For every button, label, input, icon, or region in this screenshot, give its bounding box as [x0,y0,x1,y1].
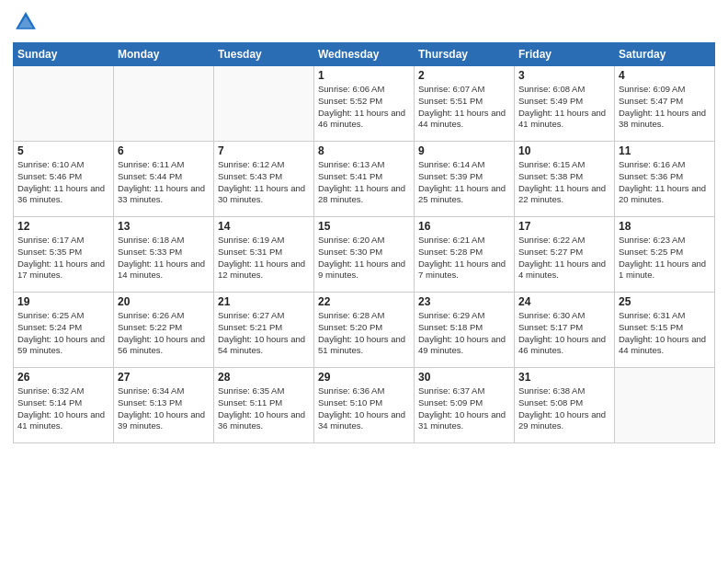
calendar-cell: 1Sunrise: 6:06 AM Sunset: 5:52 PM Daylig… [314,66,415,142]
day-info: Sunrise: 6:15 AM Sunset: 5:38 PM Dayligh… [518,159,610,206]
day-info: Sunrise: 6:19 AM Sunset: 5:31 PM Dayligh… [218,235,310,282]
calendar-cell: 24Sunrise: 6:30 AM Sunset: 5:17 PM Dayli… [515,293,615,368]
day-info: Sunrise: 6:12 AM Sunset: 5:43 PM Dayligh… [218,159,310,206]
day-info: Sunrise: 6:10 AM Sunset: 5:46 PM Dayligh… [17,159,109,206]
calendar-cell [615,368,715,443]
calendar-table: SundayMondayTuesdayWednesdayThursdayFrid… [13,42,715,443]
day-number: 14 [218,220,310,233]
day-number: 29 [318,371,410,384]
calendar-week-5: 26Sunrise: 6:32 AM Sunset: 5:14 PM Dayli… [14,368,715,443]
day-number: 4 [619,69,711,82]
day-info: Sunrise: 6:09 AM Sunset: 5:47 PM Dayligh… [619,84,711,131]
day-number: 27 [118,371,210,384]
day-number: 1 [318,69,410,82]
calendar-cell: 23Sunrise: 6:29 AM Sunset: 5:18 PM Dayli… [415,293,515,368]
page: SundayMondayTuesdayWednesdayThursdayFrid… [0,0,728,563]
day-info: Sunrise: 6:36 AM Sunset: 5:10 PM Dayligh… [318,385,410,432]
day-info: Sunrise: 6:30 AM Sunset: 5:17 PM Dayligh… [518,310,610,357]
calendar-cell: 8Sunrise: 6:13 AM Sunset: 5:41 PM Daylig… [314,142,415,217]
day-info: Sunrise: 6:21 AM Sunset: 5:28 PM Dayligh… [418,235,510,282]
calendar-cell: 7Sunrise: 6:12 AM Sunset: 5:43 PM Daylig… [214,142,314,217]
calendar-cell: 25Sunrise: 6:31 AM Sunset: 5:15 PM Dayli… [615,293,715,368]
calendar-cell: 13Sunrise: 6:18 AM Sunset: 5:33 PM Dayli… [114,217,214,293]
day-info: Sunrise: 6:23 AM Sunset: 5:25 PM Dayligh… [619,235,711,282]
day-number: 23 [418,295,510,308]
calendar-cell: 26Sunrise: 6:32 AM Sunset: 5:14 PM Dayli… [14,368,114,443]
day-number: 22 [318,295,410,308]
day-info: Sunrise: 6:18 AM Sunset: 5:33 PM Dayligh… [118,235,210,282]
day-info: Sunrise: 6:20 AM Sunset: 5:30 PM Dayligh… [318,235,410,282]
calendar-week-3: 12Sunrise: 6:17 AM Sunset: 5:35 PM Dayli… [14,217,715,293]
day-number: 21 [218,295,310,308]
day-header-tuesday: Tuesday [214,43,314,66]
calendar-cell: 16Sunrise: 6:21 AM Sunset: 5:28 PM Dayli… [415,217,515,293]
day-number: 3 [518,69,610,82]
calendar-cell: 11Sunrise: 6:16 AM Sunset: 5:36 PM Dayli… [615,142,715,217]
calendar-cell [214,66,314,142]
day-header-thursday: Thursday [415,43,515,66]
calendar-cell: 5Sunrise: 6:10 AM Sunset: 5:46 PM Daylig… [14,142,114,217]
calendar-cell: 14Sunrise: 6:19 AM Sunset: 5:31 PM Dayli… [214,217,314,293]
day-number: 12 [17,220,109,233]
day-info: Sunrise: 6:31 AM Sunset: 5:15 PM Dayligh… [619,310,711,357]
day-info: Sunrise: 6:32 AM Sunset: 5:14 PM Dayligh… [17,385,109,432]
calendar-cell: 29Sunrise: 6:36 AM Sunset: 5:10 PM Dayli… [314,368,415,443]
calendar-cell: 3Sunrise: 6:08 AM Sunset: 5:49 PM Daylig… [515,66,615,142]
day-info: Sunrise: 6:26 AM Sunset: 5:22 PM Dayligh… [118,310,210,357]
day-number: 7 [218,144,310,157]
day-info: Sunrise: 6:25 AM Sunset: 5:24 PM Dayligh… [17,310,109,357]
calendar-week-2: 5Sunrise: 6:10 AM Sunset: 5:46 PM Daylig… [14,142,715,217]
day-info: Sunrise: 6:08 AM Sunset: 5:49 PM Dayligh… [518,84,610,131]
day-info: Sunrise: 6:34 AM Sunset: 5:13 PM Dayligh… [118,385,210,432]
calendar-cell: 21Sunrise: 6:27 AM Sunset: 5:21 PM Dayli… [214,293,314,368]
day-number: 26 [17,371,109,384]
day-header-monday: Monday [114,43,214,66]
day-info: Sunrise: 6:07 AM Sunset: 5:51 PM Dayligh… [418,84,510,131]
day-header-row: SundayMondayTuesdayWednesdayThursdayFrid… [14,43,715,66]
calendar-cell: 28Sunrise: 6:35 AM Sunset: 5:11 PM Dayli… [214,368,314,443]
day-header-friday: Friday [515,43,615,66]
day-number: 2 [418,69,510,82]
day-number: 13 [118,220,210,233]
day-number: 10 [518,144,610,157]
calendar-cell: 20Sunrise: 6:26 AM Sunset: 5:22 PM Dayli… [114,293,214,368]
day-number: 6 [118,144,210,157]
day-number: 9 [418,144,510,157]
calendar-cell: 30Sunrise: 6:37 AM Sunset: 5:09 PM Dayli… [415,368,515,443]
calendar-header: SundayMondayTuesdayWednesdayThursdayFrid… [14,43,715,66]
day-info: Sunrise: 6:06 AM Sunset: 5:52 PM Dayligh… [318,84,410,131]
day-info: Sunrise: 6:13 AM Sunset: 5:41 PM Dayligh… [318,159,410,206]
day-info: Sunrise: 6:38 AM Sunset: 5:08 PM Dayligh… [518,385,610,432]
calendar-cell: 27Sunrise: 6:34 AM Sunset: 5:13 PM Dayli… [114,368,214,443]
day-number: 15 [318,220,410,233]
day-info: Sunrise: 6:14 AM Sunset: 5:39 PM Dayligh… [418,159,510,206]
day-number: 25 [619,295,711,308]
day-number: 5 [17,144,109,157]
calendar-cell: 18Sunrise: 6:23 AM Sunset: 5:25 PM Dayli… [615,217,715,293]
calendar-week-1: 1Sunrise: 6:06 AM Sunset: 5:52 PM Daylig… [14,66,715,142]
day-info: Sunrise: 6:22 AM Sunset: 5:27 PM Dayligh… [518,235,610,282]
day-info: Sunrise: 6:35 AM Sunset: 5:11 PM Dayligh… [218,385,310,432]
day-number: 19 [17,295,109,308]
calendar-cell: 17Sunrise: 6:22 AM Sunset: 5:27 PM Dayli… [515,217,615,293]
day-number: 18 [619,220,711,233]
day-info: Sunrise: 6:17 AM Sunset: 5:35 PM Dayligh… [17,235,109,282]
day-number: 28 [218,371,310,384]
day-number: 17 [518,220,610,233]
day-number: 24 [518,295,610,308]
calendar-cell: 31Sunrise: 6:38 AM Sunset: 5:08 PM Dayli… [515,368,615,443]
calendar-cell [14,66,114,142]
day-info: Sunrise: 6:16 AM Sunset: 5:36 PM Dayligh… [619,159,711,206]
header [13,9,715,35]
day-header-sunday: Sunday [14,43,114,66]
day-number: 20 [118,295,210,308]
calendar-cell: 22Sunrise: 6:28 AM Sunset: 5:20 PM Dayli… [314,293,415,368]
calendar-cell: 9Sunrise: 6:14 AM Sunset: 5:39 PM Daylig… [415,142,515,217]
day-info: Sunrise: 6:27 AM Sunset: 5:21 PM Dayligh… [218,310,310,357]
day-info: Sunrise: 6:28 AM Sunset: 5:20 PM Dayligh… [318,310,410,357]
calendar-cell: 10Sunrise: 6:15 AM Sunset: 5:38 PM Dayli… [515,142,615,217]
day-info: Sunrise: 6:37 AM Sunset: 5:09 PM Dayligh… [418,385,510,432]
calendar-cell [114,66,214,142]
calendar-cell: 15Sunrise: 6:20 AM Sunset: 5:30 PM Dayli… [314,217,415,293]
calendar-cell: 4Sunrise: 6:09 AM Sunset: 5:47 PM Daylig… [615,66,715,142]
